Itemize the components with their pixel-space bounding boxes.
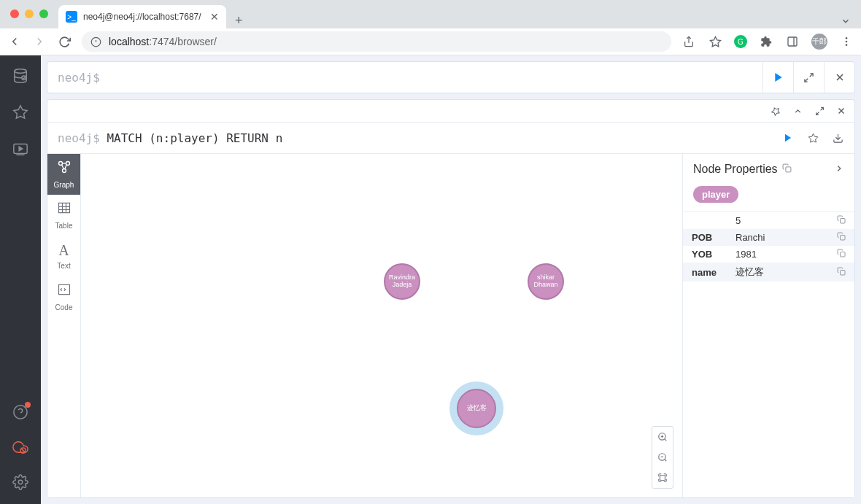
share-button[interactable] (682, 34, 696, 49)
svg-point-35 (62, 169, 66, 173)
graph-node[interactable]: 迹忆客 (457, 389, 496, 428)
side-panel-button[interactable] (785, 34, 800, 49)
property-key: YOB (692, 249, 735, 260)
property-row: YOB1981 (683, 246, 854, 263)
view-label: Graph (54, 181, 74, 189)
query-editor-input[interactable]: neo4j$ (47, 71, 762, 85)
favorite-query-button[interactable] (802, 127, 824, 149)
close-result-button[interactable] (833, 102, 850, 120)
window-minimize-button[interactable] (25, 9, 34, 18)
view-table-button[interactable]: Table (47, 195, 80, 236)
chrome-menu-button[interactable] (839, 34, 854, 49)
bookmark-button[interactable] (708, 34, 722, 49)
svg-line-36 (61, 165, 63, 169)
download-button[interactable] (827, 127, 849, 149)
svg-line-27 (816, 112, 819, 115)
zoom-controls (652, 426, 673, 489)
svg-line-26 (820, 107, 823, 110)
view-label: Text (57, 262, 70, 270)
settings-icon[interactable] (12, 473, 29, 491)
svg-rect-55 (841, 236, 846, 241)
run-query-button[interactable] (762, 62, 793, 93)
tab-favicon-icon: >_ (66, 11, 77, 23)
window-maximize-button[interactable] (39, 9, 48, 18)
node-properties-panel: Node Properties player 5POBRanchiYOB1981… (682, 154, 854, 497)
svg-marker-12 (14, 106, 27, 118)
view-label: Code (55, 303, 73, 311)
node-label-tag[interactable]: player (693, 186, 738, 203)
graph-view-icon (57, 160, 72, 178)
property-value: Ranchi (735, 232, 837, 243)
svg-marker-14 (19, 147, 23, 151)
copy-property-button[interactable] (837, 215, 846, 226)
view-graph-button[interactable]: Graph (47, 154, 80, 195)
url-text: localhost:7474/browser/ (109, 36, 217, 47)
window-close-button[interactable] (10, 9, 19, 18)
zoom-in-button[interactable] (652, 427, 673, 447)
url-input[interactable]: localhost:7474/browser/ (82, 31, 671, 52)
result-query-text[interactable]: neo4j$ MATCH (n:player) RETURN n (47, 131, 777, 145)
tab-close-button[interactable]: ✕ (210, 11, 219, 23)
panel-expand-button[interactable] (834, 163, 844, 176)
tabs-dropdown-button[interactable] (830, 16, 861, 28)
database-icon[interactable] (12, 67, 29, 85)
pin-button[interactable] (767, 102, 784, 120)
fullscreen-editor-button[interactable] (793, 62, 824, 93)
site-info-icon (90, 36, 101, 47)
address-bar: localhost:7474/browser/ G 千郎 (0, 28, 861, 55)
zoom-out-button[interactable] (652, 447, 673, 468)
svg-rect-54 (841, 219, 846, 224)
svg-line-22 (810, 73, 813, 76)
svg-marker-31 (808, 133, 818, 142)
query-editor: neo4j$ (47, 61, 855, 93)
svg-rect-39 (58, 203, 69, 212)
graph-node[interactable]: shikar Dhawan (528, 263, 564, 300)
collapse-button[interactable] (789, 102, 806, 120)
property-value: 迹忆客 (735, 265, 837, 279)
svg-rect-52 (660, 476, 665, 481)
forward-button[interactable] (32, 34, 47, 49)
svg-point-7 (846, 37, 848, 39)
svg-marker-30 (785, 134, 791, 142)
view-label: Table (55, 222, 73, 230)
svg-point-20 (18, 480, 23, 484)
tab-title: neo4j@neo4j://localhost:7687/ (83, 12, 204, 22)
window-controls (10, 9, 48, 18)
svg-line-23 (805, 78, 808, 81)
favorites-icon[interactable] (12, 104, 29, 121)
browser-tab[interactable]: >_ neo4j@neo4j://localhost:7687/ ✕ (58, 5, 226, 28)
clipboard-icon[interactable] (782, 163, 792, 175)
graph-canvas[interactable]: 迹忆客shikar DhawanRavindra Jadeja (81, 154, 682, 497)
copy-property-button[interactable] (837, 267, 846, 278)
property-value: 1981 (735, 249, 837, 260)
props-title: Node Properties (693, 163, 778, 176)
fullscreen-result-button[interactable] (811, 102, 828, 120)
zoom-fit-button[interactable] (652, 468, 673, 488)
svg-line-46 (665, 439, 667, 441)
left-rail (0, 55, 41, 504)
extensions-button[interactable] (759, 34, 773, 49)
extension-grammarly-icon[interactable]: G (734, 35, 747, 48)
reload-button[interactable] (57, 34, 72, 49)
svg-line-50 (665, 460, 667, 462)
close-editor-button[interactable] (824, 62, 854, 93)
rerun-query-button[interactable] (777, 127, 799, 149)
property-row: 5 (683, 212, 854, 229)
graph-node[interactable]: Ravindra Jadeja (384, 263, 420, 300)
copy-property-button[interactable] (837, 232, 846, 243)
back-button[interactable] (7, 34, 22, 49)
new-tab-button[interactable]: + (226, 13, 252, 28)
svg-rect-57 (841, 270, 846, 275)
svg-point-10 (15, 69, 27, 74)
result-frame: neo4j$ MATCH (n:player) RETURN n (47, 99, 855, 498)
property-key: name (692, 267, 735, 278)
svg-marker-4 (710, 36, 720, 46)
cloud-sync-icon[interactable] (12, 438, 29, 456)
view-code-button[interactable]: Code (47, 276, 80, 317)
svg-line-37 (64, 165, 66, 169)
guides-icon[interactable] (12, 140, 29, 158)
profile-avatar[interactable]: 千郎 (811, 34, 827, 50)
copy-property-button[interactable] (837, 249, 846, 260)
svg-rect-5 (788, 37, 797, 46)
view-text-button[interactable]: A Text (47, 236, 80, 276)
